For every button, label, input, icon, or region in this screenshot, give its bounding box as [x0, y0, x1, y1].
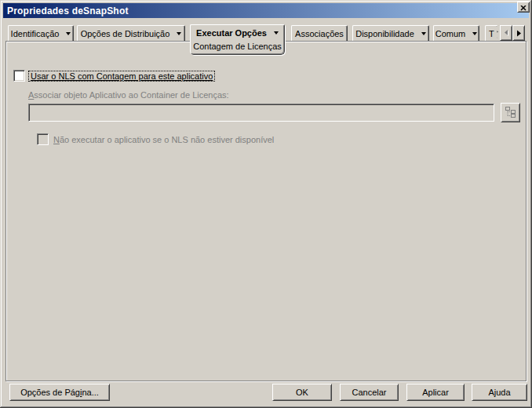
title-bar[interactable]: Propriedades deSnapShot: [3, 3, 529, 18]
tab-clipped[interactable]: T: [485, 25, 498, 41]
close-icon: [520, 2, 527, 13]
ok-button[interactable]: OK: [272, 384, 332, 401]
apply-button[interactable]: Aplicar: [406, 384, 465, 401]
no-run-label: Não executar o aplicativo se o NLS não e…: [53, 135, 274, 144]
no-run-row: Não executar o aplicativo se o NLS não e…: [37, 133, 274, 145]
use-nls-label[interactable]: Usar o NLS com Contagem para este aplica…: [28, 71, 215, 82]
scroll-right-icon: [516, 27, 522, 39]
tab-scroll-right-button[interactable]: [512, 25, 525, 41]
tab-executar-opcoes-active: Executar Opções Contagem de Licenças: [190, 24, 285, 55]
chevron-down-icon: [274, 31, 279, 35]
chevron-down-icon: [177, 32, 181, 35]
window-title: Propriedades deSnapShot: [7, 5, 129, 16]
tab-scroll-left-button[interactable]: [500, 25, 512, 41]
chevron-down-icon: [472, 32, 477, 35]
no-run-checkbox: [37, 133, 49, 145]
tab-executar-opcoes[interactable]: Executar Opções: [191, 25, 284, 41]
chevron-down-icon: [66, 32, 71, 35]
use-nls-row: Usar o NLS com Contagem para este aplica…: [13, 70, 215, 82]
tab-identificacao[interactable]: Identificação: [8, 25, 74, 41]
chevron-down-icon: [421, 32, 426, 35]
tab-associacoes[interactable]: Associações: [291, 25, 348, 41]
tab-disponibilidade[interactable]: Disponibilidade: [352, 25, 429, 41]
tab-opcoes-de-distribuicao[interactable]: Opções de Distribuição: [77, 25, 185, 41]
close-button[interactable]: [517, 2, 530, 13]
scroll-left-icon: [504, 27, 509, 39]
associate-container-label: Associar objeto Aplicativo ao Container …: [28, 90, 229, 100]
license-container-input: [28, 104, 494, 122]
properties-dialog: Propriedades deSnapShot Usar o NLS com C…: [0, 0, 532, 408]
browse-container-button: [501, 103, 520, 122]
use-nls-checkbox[interactable]: [13, 70, 25, 82]
help-button[interactable]: Ajuda: [472, 384, 527, 401]
tab-comum[interactable]: Comum: [433, 25, 479, 41]
object-tree-browse-icon: [505, 106, 516, 120]
cancel-button[interactable]: Cancelar: [340, 384, 399, 401]
page-content-panel: Usar o NLS com Contagem para este aplica…: [5, 41, 527, 381]
subtab-contagem-de-licencas[interactable]: Contagem de Licenças: [191, 41, 284, 53]
page-options-button[interactable]: Opções de Página...: [9, 384, 110, 401]
